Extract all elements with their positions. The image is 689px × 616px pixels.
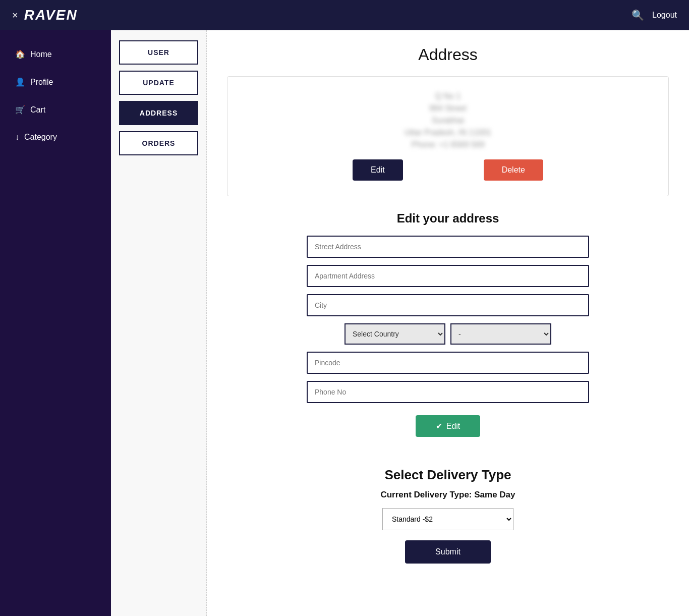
sidebar-label-cart: Cart xyxy=(30,105,45,115)
state-select[interactable]: - State 1 State 2 xyxy=(450,323,551,345)
logout-button[interactable]: Logout xyxy=(652,11,677,20)
header: × Raven 🔍 Logout xyxy=(0,0,689,30)
app-title: Raven xyxy=(24,7,78,23)
address-line1: Q No 1 xyxy=(238,92,658,101)
main-content: Address Q No 1 984 Street Surabhai Uttar… xyxy=(207,30,689,616)
cart-icon: 🛒 xyxy=(15,105,25,115)
delivery-title: Select Delivery Type xyxy=(227,467,669,483)
city-input[interactable] xyxy=(307,294,589,316)
sub-sidebar: USER UPDATE ADDRESS ORDERS xyxy=(111,30,207,616)
sidebar-item-profile[interactable]: 👤 Profile xyxy=(0,68,111,96)
country-select[interactable]: Select Country India USA UK Australia xyxy=(344,323,445,345)
close-icon[interactable]: × xyxy=(12,10,18,21)
delivery-type-select[interactable]: Standard -$2 Express -$5 Same Day -$8 xyxy=(382,508,513,530)
sub-btn-user[interactable]: USER xyxy=(119,40,198,65)
header-right: 🔍 Logout xyxy=(631,9,677,21)
edit-submit-wrapper: ✔ Edit xyxy=(227,410,669,452)
sub-btn-update[interactable]: UPDATE xyxy=(119,71,198,95)
sub-btn-orders[interactable]: ORDERS xyxy=(119,131,198,155)
sidebar: 🏠 Home 👤 Profile 🛒 Cart ↓ Category xyxy=(0,30,111,616)
sidebar-label-profile: Profile xyxy=(30,78,53,87)
delivery-current-type: Current Delivery Type: Same Day xyxy=(227,490,669,500)
address-line4: Uttar Pradesh, IN 11001 xyxy=(238,128,658,137)
address-card-actions: Edit Delete xyxy=(238,159,658,181)
address-edit-button[interactable]: Edit xyxy=(353,159,403,181)
home-icon: 🏠 xyxy=(15,49,25,59)
address-delete-button[interactable]: Delete xyxy=(484,159,543,181)
header-left: × Raven xyxy=(12,7,78,23)
pincode-input[interactable] xyxy=(307,352,589,374)
sub-btn-address[interactable]: ADDRESS xyxy=(119,101,198,125)
edit-submit-button[interactable]: ✔ Edit xyxy=(416,415,481,437)
address-card: Q No 1 984 Street Surabhai Uttar Pradesh… xyxy=(227,76,669,196)
page-title: Address xyxy=(227,45,669,64)
country-state-row: Select Country India USA UK Australia - … xyxy=(227,323,669,345)
phone-input[interactable] xyxy=(307,381,589,403)
check-icon: ✔ xyxy=(436,421,442,431)
address-line2: 984 Street xyxy=(238,104,658,113)
street-address-input[interactable] xyxy=(307,236,589,258)
delivery-submit-wrapper: Submit xyxy=(227,540,669,564)
sidebar-item-category[interactable]: ↓ Category xyxy=(0,124,111,151)
delivery-submit-button[interactable]: Submit xyxy=(405,540,491,564)
sidebar-label-home: Home xyxy=(30,50,52,59)
search-icon[interactable]: 🔍 xyxy=(631,9,644,21)
apartment-address-input[interactable] xyxy=(307,265,589,287)
address-line5: Phone: +1 6569 569 xyxy=(238,140,658,149)
category-icon: ↓ xyxy=(15,133,19,142)
sidebar-item-home[interactable]: 🏠 Home xyxy=(0,40,111,68)
layout: 🏠 Home 👤 Profile 🛒 Cart ↓ Category USER … xyxy=(0,30,689,616)
edit-submit-label: Edit xyxy=(446,422,461,431)
sidebar-label-category: Category xyxy=(24,133,57,142)
sidebar-item-cart[interactable]: 🛒 Cart xyxy=(0,96,111,124)
edit-form-title: Edit your address xyxy=(227,211,669,226)
profile-icon: 👤 xyxy=(15,77,25,87)
address-line3: Surabhai xyxy=(238,116,658,125)
